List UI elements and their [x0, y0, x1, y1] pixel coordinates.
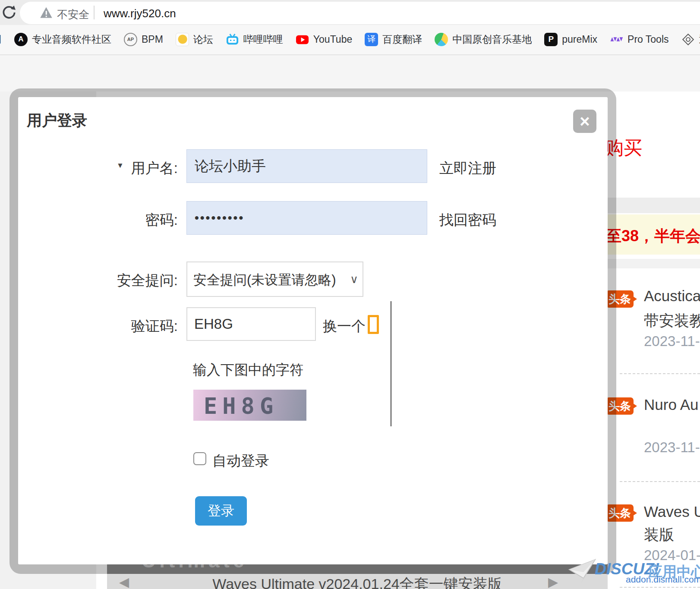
username-label: 用户名:	[61, 159, 178, 178]
carousel-next-icon[interactable]: ▶	[548, 574, 558, 589]
bookmark-label: 中国原创音乐基地	[452, 33, 532, 46]
bookmark-label: 哔哩哔哩	[243, 33, 283, 46]
bookmark-label: 百度翻译	[382, 33, 422, 46]
puremix-icon: P	[544, 33, 558, 46]
vertical-divider	[391, 301, 391, 426]
paper-plane-icon	[568, 558, 596, 586]
chevron-down-icon: ∨	[350, 273, 358, 286]
bookmark-label: 应用	[0, 33, 2, 46]
password-label: 密码:	[61, 211, 178, 230]
bookmark-puremix[interactable]: P pureMix	[544, 33, 597, 46]
bookmark-music-base[interactable]: 中国原创音乐基地	[435, 33, 532, 46]
promo-banner[interactable]: 至38，半年会员	[603, 214, 700, 255]
carousel-caption-bar: ◀ Waves Ultimate v2024.01.24全套一键安装版 ▶	[107, 574, 608, 589]
section-divider-band	[608, 259, 700, 268]
bookmark-label: Pro Tools	[627, 34, 668, 45]
music-base-icon	[435, 33, 448, 46]
screen: 不安全 www.rjy520.cn 应用 A 专业音频软件社区 AP BPM 论…	[0, 0, 700, 589]
password-input[interactable]	[186, 201, 427, 235]
reload-icon[interactable]	[1, 4, 17, 21]
bookmark-protools[interactable]: Pro Tools	[610, 33, 668, 46]
site-header: 设为首页 收藏本站	[0, 54, 700, 91]
bookmark-generic[interactable]: 通用	[681, 33, 700, 46]
news-date: 2023-11-	[644, 333, 700, 350]
bookmarks-row: 应用 A 专业音频软件社区 AP BPM 论坛	[0, 25, 700, 54]
address-divider	[94, 6, 95, 19]
news-title-line2[interactable]: 带安装教	[644, 311, 700, 331]
warning-icon	[40, 6, 53, 20]
close-icon[interactable]: ×	[573, 110, 596, 133]
section-divider-band	[608, 198, 700, 213]
dashed-divider	[620, 481, 700, 482]
captcha-image[interactable]: EH8G	[193, 390, 306, 421]
carousel-title[interactable]: Waves Ultimate v2024.01.24全套一键安装版	[107, 574, 608, 589]
url-text[interactable]: www.rjy520.cn	[104, 7, 176, 20]
youtube-icon	[296, 33, 309, 46]
dashed-divider	[620, 373, 700, 374]
news-title[interactable]: Nuro Au	[644, 396, 698, 413]
audio-community-icon: A	[14, 33, 28, 46]
bilibili-icon	[226, 33, 239, 46]
news-title[interactable]: Waves U	[644, 503, 700, 520]
bookmarks-bar: 应用 A 专业音频软件社区 AP BPM 论坛	[0, 25, 700, 55]
refresh-captcha-icon[interactable]	[368, 315, 379, 334]
bookmark-bpm[interactable]: AP BPM	[124, 33, 163, 46]
auto-login-label[interactable]: 自动登录	[212, 451, 269, 471]
discuz-domain-link[interactable]: addon.dismall.com	[626, 574, 700, 585]
bookmark-bilibili[interactable]: 哔哩哔哩	[226, 33, 283, 46]
security-question-value: 安全提问(未设置请忽略)	[193, 271, 336, 289]
bookmark-label: pureMix	[562, 34, 597, 45]
news-title-line2[interactable]: 装版	[644, 525, 674, 545]
modal-title: 用户登录	[27, 110, 87, 131]
security-question-label: 安全提问:	[61, 271, 178, 290]
username-input[interactable]	[186, 149, 427, 183]
bookmark-apps[interactable]: 应用	[0, 33, 2, 46]
browser-toolbar: 不安全 www.rjy520.cn	[0, 0, 700, 25]
login-button[interactable]: 登录	[195, 496, 247, 526]
recover-password-link[interactable]: 找回密码	[439, 211, 496, 230]
register-link[interactable]: 立即注册	[439, 159, 496, 178]
captcha-hint: 输入下图中的字符	[193, 361, 303, 380]
bookmark-label: YouTube	[313, 34, 352, 45]
diamond-icon	[681, 33, 695, 46]
bookmark-baidu-translate[interactable]: 译 百度翻译	[365, 33, 422, 46]
dashed-divider	[620, 587, 700, 588]
bookmark-label: BPM	[142, 34, 163, 45]
bookmark-audio-community[interactable]: A 专业音频软件社区	[14, 33, 111, 46]
bookmark-label: 专业音频软件社区	[32, 33, 111, 46]
change-captcha-link[interactable]: 换一个	[323, 317, 366, 336]
captcha-label: 验证码:	[61, 317, 178, 336]
bookmark-youtube[interactable]: YouTube	[296, 33, 352, 46]
bookmark-forum[interactable]: 论坛	[176, 33, 213, 46]
captcha-input[interactable]	[186, 307, 316, 341]
promo-text: 至38，半年会员	[606, 226, 700, 247]
captcha-image-text: EH8G	[204, 393, 278, 419]
avid-icon	[610, 33, 623, 46]
security-question-select[interactable]: 安全提问(未设置请忽略) ∨	[186, 261, 363, 297]
security-label: 不安全	[57, 7, 89, 22]
forum-icon	[176, 33, 189, 46]
bookmark-label: 论坛	[193, 33, 213, 46]
news-date: 2023-11-	[644, 439, 700, 456]
bpm-icon: AP	[124, 33, 137, 46]
auto-login-checkbox[interactable]	[193, 452, 206, 465]
baidu-translate-icon: 译	[365, 33, 378, 46]
news-title[interactable]: Acustica	[644, 287, 700, 305]
